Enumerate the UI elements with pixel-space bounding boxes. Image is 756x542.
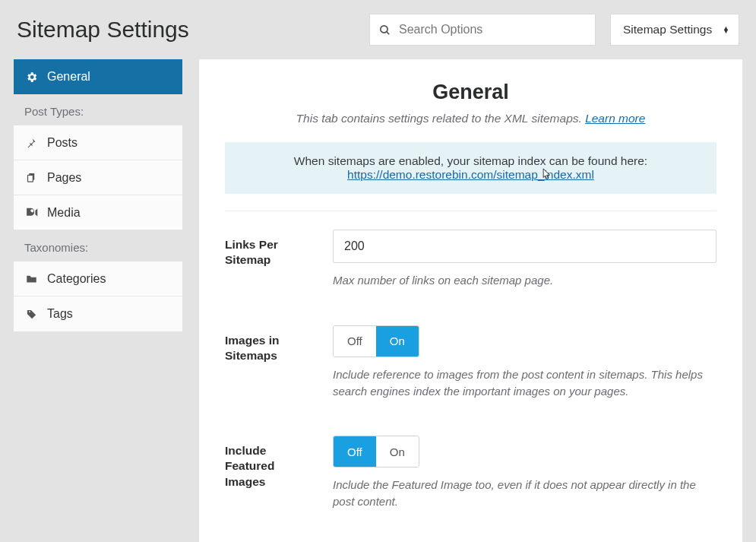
field-include-featured: Include Featured Images Off On Include t… xyxy=(225,436,716,510)
svg-line-1 xyxy=(386,31,388,33)
field-links-per-sitemap: Links Per Sitemap Max number of links on… xyxy=(225,230,716,289)
svg-rect-3 xyxy=(27,175,33,182)
links-per-sitemap-input[interactable] xyxy=(333,230,716,263)
sidebar-item-label: Posts xyxy=(47,136,77,150)
sidebar: General Post Types: Posts Pages Media Ta… xyxy=(14,59,182,542)
breadcrumb-value: Sitemap Settings xyxy=(623,23,712,36)
page-title: Sitemap Settings xyxy=(17,17,189,43)
sidebar-item-label: Media xyxy=(47,206,81,220)
sidebar-item-label: Categories xyxy=(47,272,106,286)
include-featured-toggle[interactable]: Off On xyxy=(333,436,419,468)
sitemap-notice: When sitemaps are enabled, your sitemap … xyxy=(225,142,716,194)
toggle-off-button[interactable]: Off xyxy=(334,326,376,357)
sidebar-item-posts[interactable]: Posts xyxy=(14,125,182,160)
chevron-updown-icon: ▲▼ xyxy=(723,27,729,33)
media-icon xyxy=(24,207,38,218)
images-in-sitemaps-toggle[interactable]: Off On xyxy=(333,325,419,357)
sidebar-item-label: General xyxy=(47,70,90,84)
field-label: Images in Sitemaps xyxy=(225,325,310,363)
notice-text: When sitemaps are enabled, your sitemap … xyxy=(294,154,647,167)
sidebar-heading-post-types: Post Types: xyxy=(14,94,182,125)
field-help: Include the Featured Image too, even if … xyxy=(333,477,716,510)
sidebar-heading-taxonomies: Taxonomies: xyxy=(14,230,182,261)
folder-icon xyxy=(24,274,38,284)
gear-icon xyxy=(24,71,38,84)
toggle-off-button[interactable]: Off xyxy=(334,436,376,467)
svg-point-0 xyxy=(380,25,387,32)
main-panel: General This tab contains settings relat… xyxy=(199,59,742,542)
header: Sitemap Settings Sitemap Settings ▲▼ xyxy=(0,0,756,59)
search-box[interactable] xyxy=(369,14,596,46)
search-icon xyxy=(370,24,399,36)
field-label: Links Per Sitemap xyxy=(225,230,310,268)
sidebar-item-label: Pages xyxy=(47,171,81,185)
copy-icon xyxy=(24,172,38,183)
sitemap-index-link[interactable]: https://demo.restorebin.com/sitemap_inde… xyxy=(347,168,594,181)
search-input[interactable] xyxy=(399,23,595,36)
sidebar-item-tags[interactable]: Tags xyxy=(14,296,182,331)
learn-more-link[interactable]: Learn more xyxy=(585,112,645,125)
sidebar-item-general[interactable]: General xyxy=(14,59,182,94)
breadcrumb-select[interactable]: Sitemap Settings ▲▼ xyxy=(610,14,739,46)
tag-icon xyxy=(24,309,38,320)
panel-title: General xyxy=(225,81,716,104)
sidebar-item-media[interactable]: Media xyxy=(14,195,182,230)
field-images-in-sitemaps: Images in Sitemaps Off On Include refere… xyxy=(225,325,716,400)
toggle-on-button[interactable]: On xyxy=(376,326,419,357)
panel-subtitle: This tab contains settings related to th… xyxy=(225,112,716,125)
field-help: Max number of links on each sitemap page… xyxy=(333,272,716,289)
toggle-on-button[interactable]: On xyxy=(376,436,419,467)
divider xyxy=(225,211,716,211)
sidebar-item-pages[interactable]: Pages xyxy=(14,160,182,195)
sidebar-item-label: Tags xyxy=(47,307,73,321)
pin-icon xyxy=(24,137,38,148)
sidebar-item-categories[interactable]: Categories xyxy=(14,261,182,296)
field-label: Include Featured Images xyxy=(225,436,310,489)
field-help: Include reference to images from the pos… xyxy=(333,366,716,400)
